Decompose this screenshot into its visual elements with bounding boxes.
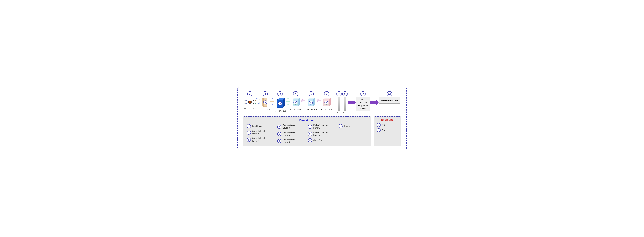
desc-col-1: 1 Input Image 2 ConvolutionalLayer 1 3 C…	[247, 124, 276, 144]
svg-line-24	[270, 98, 274, 99]
desc-text-6: ConvolutionalLayer 5	[283, 138, 296, 144]
node-1: 1	[244, 91, 256, 110]
fc-bar-8	[344, 97, 346, 111]
svg-marker-52	[314, 98, 315, 106]
desc-circle-6: 6	[277, 139, 282, 143]
desc-circle-8: 8	[308, 132, 312, 136]
desc-circle-4: 4	[277, 125, 282, 129]
desc-text-9: Classifier	[314, 139, 322, 142]
svg-line-15	[256, 98, 260, 98]
svg-text:a: a	[265, 101, 266, 103]
desc-text-8: Fully ConnectedLayer 7	[314, 131, 328, 136]
connector-2-3	[270, 97, 274, 106]
stride-box: Stride Size a 4 x 4 b 1 x 1	[374, 116, 401, 146]
conv4-cube: b	[307, 97, 316, 108]
desc-item-4: 4 ConvolutionalLayer 3	[277, 124, 306, 130]
desc-item-6: 6 ConvolutionalLayer 5	[277, 138, 306, 144]
desc-circle-1: 1	[247, 124, 251, 128]
svg-line-55	[317, 99, 321, 100]
circle-6: 6	[324, 91, 329, 96]
conv2-cube: b	[276, 97, 284, 109]
node-10: 10 Detected Drone	[378, 91, 400, 104]
circle-1: 1	[247, 91, 252, 96]
detected-drone-box: Detected Drone	[378, 97, 400, 104]
stride-circle-a: a	[377, 123, 380, 127]
svg-rect-9	[248, 103, 251, 104]
desc-circle-7: 7	[308, 125, 312, 129]
circle-2: 2	[262, 91, 268, 96]
dim-2: 55 x 55 x 96	[260, 108, 270, 110]
arrow-purple-2	[370, 100, 378, 105]
node-9: 9 SVM Classifier Polynomial Kernel	[356, 91, 370, 111]
svg-marker-21	[262, 98, 264, 107]
desc-text-2: ConvolutionalLayer 1	[252, 130, 265, 135]
svg-line-47	[301, 99, 306, 100]
drone-icon	[244, 97, 256, 107]
circle-7: 7	[336, 91, 342, 96]
desc-text-4: ConvolutionalLayer 3	[283, 124, 296, 130]
circle-5: 5	[308, 91, 314, 96]
desc-col-4: 10 Output	[338, 124, 368, 144]
desc-item-1: 1 Input Image	[247, 124, 276, 128]
stride-row-b: b 1 x 1	[377, 128, 398, 132]
connector-6-7	[332, 102, 336, 106]
description-box: Description 1 Input Image 2 Convolutiona…	[243, 116, 371, 146]
desc-circle-10: 10	[338, 124, 343, 128]
desc-item-8: 8 Fully ConnectedLayer 7	[308, 131, 337, 136]
conv1-visual: a	[261, 97, 270, 108]
node-3: 3 b 27 x 27 x 256	[274, 91, 286, 112]
svg-line-35	[286, 100, 290, 100]
desc-item-3: 3 ConvolutionalLayer 2	[247, 137, 276, 142]
svg-line-18	[256, 102, 260, 102]
dim-5: 13 x 13 x 384	[306, 108, 317, 110]
node-7-8: 7 4096 8 4096	[336, 91, 348, 114]
desc-col-2: 4 ConvolutionalLayer 3 5 ConvolutionalLa…	[277, 124, 306, 144]
stride-value-a: 4 x 4	[382, 124, 387, 126]
desc-item-9: 9 Classifier	[308, 138, 337, 142]
main-diagram: 1	[237, 87, 407, 150]
circle-10: 10	[387, 91, 392, 96]
dim-8: 4096	[343, 112, 347, 114]
svg-line-49	[301, 102, 306, 102]
conv5-cube: b	[322, 97, 331, 108]
desc-text-7: Fully ConnectedLayer 6	[314, 124, 328, 130]
desc-text-5: ConvolutionalLayer 4	[283, 131, 296, 136]
svg-marker-68	[348, 100, 356, 105]
circle-4: 4	[293, 91, 298, 96]
dim-1: 227 x 227 x 3	[244, 107, 255, 110]
svg-line-37	[286, 103, 290, 103]
node-6: 6 b 13 x 13 x 256	[321, 91, 332, 110]
desc-item-7: 7 Fully ConnectedLayer 6	[308, 124, 337, 130]
node-4: 4 b 13 x 13 x 384	[290, 91, 301, 110]
desc-item-10: 10 Output	[338, 124, 368, 128]
svg-line-16	[256, 100, 260, 100]
svg-line-25	[270, 100, 274, 100]
connector-4-5	[301, 97, 306, 104]
arrow-to-svm	[348, 100, 356, 106]
stride-row-a: a 4 x 4	[377, 123, 398, 127]
svg-marker-31	[283, 98, 284, 108]
svm-classifier-box: SVM Classifier Polynomial Kernel	[356, 97, 370, 111]
desc-circle-5: 5	[277, 132, 282, 136]
node-2: 2 a 55 x 55 x 96	[260, 91, 270, 110]
desc-item-5: 5 ConvolutionalLayer 4	[277, 131, 306, 136]
svg-line-28	[270, 104, 274, 105]
description-title: Description	[247, 119, 368, 122]
stride-title: Stride Size	[377, 118, 398, 121]
svg-line-34	[286, 98, 290, 99]
bottom-section: Description 1 Input Image 2 Convolutiona…	[243, 116, 401, 146]
svg-text:b: b	[280, 102, 281, 105]
svg-marker-41	[298, 98, 300, 106]
dim-3: 27 x 27 x 256	[274, 110, 286, 112]
node-5: 5 b 13 x 13 x 384	[306, 91, 317, 110]
desc-circle-3: 3	[247, 138, 251, 142]
dim-7: 4096	[337, 112, 341, 114]
arrow-purple-1	[348, 100, 356, 105]
desc-item-2: 2 ConvolutionalLayer 1	[247, 130, 276, 135]
desc-text-3: ConvolutionalLayer 2	[252, 137, 265, 142]
svg-marker-60	[329, 98, 330, 106]
svg-line-19	[256, 103, 260, 104]
desc-text-10: Output	[344, 125, 350, 128]
svg-point-67	[336, 104, 336, 104]
desc-circle-9: 9	[308, 138, 312, 142]
